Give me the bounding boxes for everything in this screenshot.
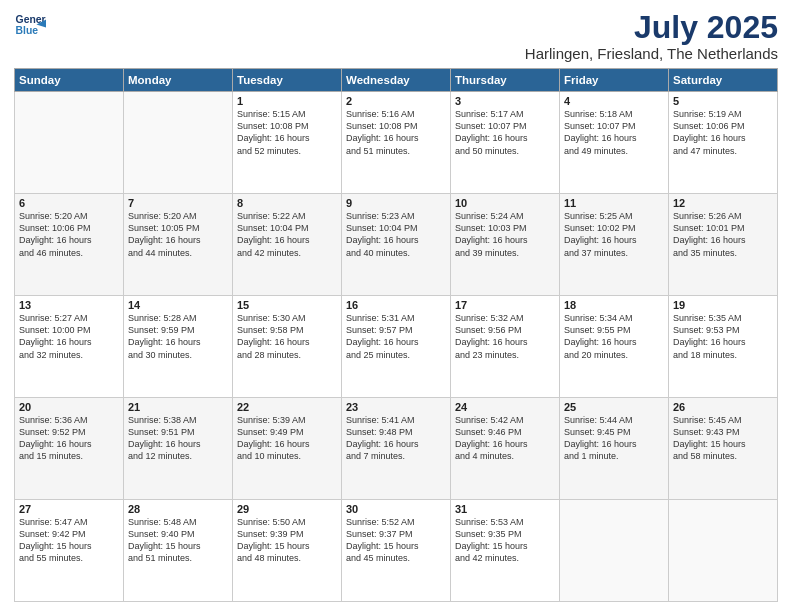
- logo: General Blue: [14, 10, 46, 42]
- cell-content: Sunrise: 5:17 AMSunset: 10:07 PMDaylight…: [455, 108, 555, 157]
- day-number: 8: [237, 197, 337, 209]
- cell-content: Sunrise: 5:30 AMSunset: 9:58 PMDaylight:…: [237, 312, 337, 361]
- day-number: 15: [237, 299, 337, 311]
- cell-content: Sunrise: 5:50 AMSunset: 9:39 PMDaylight:…: [237, 516, 337, 565]
- day-number: 31: [455, 503, 555, 515]
- cell-content: Sunrise: 5:24 AMSunset: 10:03 PMDaylight…: [455, 210, 555, 259]
- cell-content: Sunrise: 5:16 AMSunset: 10:08 PMDaylight…: [346, 108, 446, 157]
- table-row: 2Sunrise: 5:16 AMSunset: 10:08 PMDayligh…: [342, 92, 451, 194]
- day-number: 5: [673, 95, 773, 107]
- logo-icon: General Blue: [14, 10, 46, 42]
- table-row: 30Sunrise: 5:52 AMSunset: 9:37 PMDayligh…: [342, 500, 451, 602]
- cell-content: Sunrise: 5:34 AMSunset: 9:55 PMDaylight:…: [564, 312, 664, 361]
- day-number: 13: [19, 299, 119, 311]
- cell-content: Sunrise: 5:39 AMSunset: 9:49 PMDaylight:…: [237, 414, 337, 463]
- table-row: 8Sunrise: 5:22 AMSunset: 10:04 PMDayligh…: [233, 194, 342, 296]
- cell-content: Sunrise: 5:52 AMSunset: 9:37 PMDaylight:…: [346, 516, 446, 565]
- table-row: 21Sunrise: 5:38 AMSunset: 9:51 PMDayligh…: [124, 398, 233, 500]
- header: General Blue July 2025 Harlingen, Friesl…: [14, 10, 778, 62]
- cell-content: Sunrise: 5:15 AMSunset: 10:08 PMDaylight…: [237, 108, 337, 157]
- table-row: 19Sunrise: 5:35 AMSunset: 9:53 PMDayligh…: [669, 296, 778, 398]
- cell-content: Sunrise: 5:23 AMSunset: 10:04 PMDaylight…: [346, 210, 446, 259]
- table-row: 31Sunrise: 5:53 AMSunset: 9:35 PMDayligh…: [451, 500, 560, 602]
- cell-content: Sunrise: 5:22 AMSunset: 10:04 PMDaylight…: [237, 210, 337, 259]
- cell-content: Sunrise: 5:26 AMSunset: 10:01 PMDaylight…: [673, 210, 773, 259]
- calendar-week-4: 20Sunrise: 5:36 AMSunset: 9:52 PMDayligh…: [15, 398, 778, 500]
- table-row: 7Sunrise: 5:20 AMSunset: 10:05 PMDayligh…: [124, 194, 233, 296]
- table-row: [15, 92, 124, 194]
- day-number: 25: [564, 401, 664, 413]
- page: General Blue July 2025 Harlingen, Friesl…: [0, 0, 792, 612]
- cell-content: Sunrise: 5:36 AMSunset: 9:52 PMDaylight:…: [19, 414, 119, 463]
- day-number: 10: [455, 197, 555, 209]
- day-number: 27: [19, 503, 119, 515]
- day-number: 26: [673, 401, 773, 413]
- day-number: 30: [346, 503, 446, 515]
- cell-content: Sunrise: 5:19 AMSunset: 10:06 PMDaylight…: [673, 108, 773, 157]
- day-number: 16: [346, 299, 446, 311]
- cell-content: Sunrise: 5:42 AMSunset: 9:46 PMDaylight:…: [455, 414, 555, 463]
- calendar-week-1: 1Sunrise: 5:15 AMSunset: 10:08 PMDayligh…: [15, 92, 778, 194]
- day-number: 18: [564, 299, 664, 311]
- table-row: 24Sunrise: 5:42 AMSunset: 9:46 PMDayligh…: [451, 398, 560, 500]
- title-block: July 2025 Harlingen, Friesland, The Neth…: [525, 10, 778, 62]
- table-row: 13Sunrise: 5:27 AMSunset: 10:00 PMDaylig…: [15, 296, 124, 398]
- table-row: 9Sunrise: 5:23 AMSunset: 10:04 PMDayligh…: [342, 194, 451, 296]
- col-wednesday: Wednesday: [342, 69, 451, 92]
- table-row: 4Sunrise: 5:18 AMSunset: 10:07 PMDayligh…: [560, 92, 669, 194]
- day-number: 14: [128, 299, 228, 311]
- table-row: 12Sunrise: 5:26 AMSunset: 10:01 PMDaylig…: [669, 194, 778, 296]
- day-number: 6: [19, 197, 119, 209]
- cell-content: Sunrise: 5:41 AMSunset: 9:48 PMDaylight:…: [346, 414, 446, 463]
- table-row: 27Sunrise: 5:47 AMSunset: 9:42 PMDayligh…: [15, 500, 124, 602]
- table-row: 18Sunrise: 5:34 AMSunset: 9:55 PMDayligh…: [560, 296, 669, 398]
- table-row: [124, 92, 233, 194]
- day-number: 7: [128, 197, 228, 209]
- col-tuesday: Tuesday: [233, 69, 342, 92]
- table-row: 23Sunrise: 5:41 AMSunset: 9:48 PMDayligh…: [342, 398, 451, 500]
- cell-content: Sunrise: 5:45 AMSunset: 9:43 PMDaylight:…: [673, 414, 773, 463]
- col-monday: Monday: [124, 69, 233, 92]
- cell-content: Sunrise: 5:25 AMSunset: 10:02 PMDaylight…: [564, 210, 664, 259]
- cell-content: Sunrise: 5:44 AMSunset: 9:45 PMDaylight:…: [564, 414, 664, 463]
- calendar-week-5: 27Sunrise: 5:47 AMSunset: 9:42 PMDayligh…: [15, 500, 778, 602]
- table-row: 25Sunrise: 5:44 AMSunset: 9:45 PMDayligh…: [560, 398, 669, 500]
- day-number: 17: [455, 299, 555, 311]
- day-number: 19: [673, 299, 773, 311]
- table-row: 3Sunrise: 5:17 AMSunset: 10:07 PMDayligh…: [451, 92, 560, 194]
- table-row: 22Sunrise: 5:39 AMSunset: 9:49 PMDayligh…: [233, 398, 342, 500]
- location-title: Harlingen, Friesland, The Netherlands: [525, 45, 778, 62]
- cell-content: Sunrise: 5:48 AMSunset: 9:40 PMDaylight:…: [128, 516, 228, 565]
- table-row: [560, 500, 669, 602]
- cell-content: Sunrise: 5:47 AMSunset: 9:42 PMDaylight:…: [19, 516, 119, 565]
- month-title: July 2025: [525, 10, 778, 45]
- table-row: [669, 500, 778, 602]
- table-row: 15Sunrise: 5:30 AMSunset: 9:58 PMDayligh…: [233, 296, 342, 398]
- cell-content: Sunrise: 5:28 AMSunset: 9:59 PMDaylight:…: [128, 312, 228, 361]
- table-row: 5Sunrise: 5:19 AMSunset: 10:06 PMDayligh…: [669, 92, 778, 194]
- svg-text:Blue: Blue: [16, 25, 39, 36]
- day-number: 21: [128, 401, 228, 413]
- day-number: 4: [564, 95, 664, 107]
- cell-content: Sunrise: 5:18 AMSunset: 10:07 PMDaylight…: [564, 108, 664, 157]
- day-number: 12: [673, 197, 773, 209]
- day-number: 9: [346, 197, 446, 209]
- day-number: 20: [19, 401, 119, 413]
- day-number: 3: [455, 95, 555, 107]
- table-row: 17Sunrise: 5:32 AMSunset: 9:56 PMDayligh…: [451, 296, 560, 398]
- table-row: 6Sunrise: 5:20 AMSunset: 10:06 PMDayligh…: [15, 194, 124, 296]
- table-row: 28Sunrise: 5:48 AMSunset: 9:40 PMDayligh…: [124, 500, 233, 602]
- table-row: 16Sunrise: 5:31 AMSunset: 9:57 PMDayligh…: [342, 296, 451, 398]
- cell-content: Sunrise: 5:20 AMSunset: 10:06 PMDaylight…: [19, 210, 119, 259]
- day-number: 2: [346, 95, 446, 107]
- table-row: 20Sunrise: 5:36 AMSunset: 9:52 PMDayligh…: [15, 398, 124, 500]
- table-row: 1Sunrise: 5:15 AMSunset: 10:08 PMDayligh…: [233, 92, 342, 194]
- table-row: 11Sunrise: 5:25 AMSunset: 10:02 PMDaylig…: [560, 194, 669, 296]
- day-number: 28: [128, 503, 228, 515]
- cell-content: Sunrise: 5:32 AMSunset: 9:56 PMDaylight:…: [455, 312, 555, 361]
- header-row: Sunday Monday Tuesday Wednesday Thursday…: [15, 69, 778, 92]
- table-row: 14Sunrise: 5:28 AMSunset: 9:59 PMDayligh…: [124, 296, 233, 398]
- col-saturday: Saturday: [669, 69, 778, 92]
- cell-content: Sunrise: 5:27 AMSunset: 10:00 PMDaylight…: [19, 312, 119, 361]
- day-number: 29: [237, 503, 337, 515]
